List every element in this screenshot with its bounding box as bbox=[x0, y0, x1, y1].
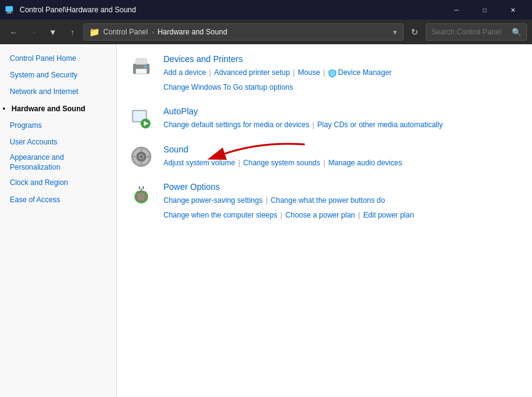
section-power-options: Power Options Change power-saving settin… bbox=[129, 182, 520, 222]
svg-rect-25 bbox=[143, 186, 144, 189]
breadcrumb-control-panel[interactable]: Control Panel bbox=[103, 28, 148, 36]
sep5: | bbox=[238, 157, 240, 170]
sep8: | bbox=[280, 209, 282, 222]
adjust-volume-link[interactable]: Adjust system volume bbox=[163, 157, 235, 170]
manage-audio-link[interactable]: Manage audio devices bbox=[328, 157, 402, 170]
devices-printers-row1: Add a device | Advanced printer setup | … bbox=[163, 66, 392, 80]
address-box[interactable]: 📁 Control Panel › Hardware and Sound ▼ bbox=[84, 23, 404, 41]
search-icon: 🔍 bbox=[512, 28, 522, 37]
sidebar-item-clock-region[interactable]: Clock and Region bbox=[0, 175, 116, 191]
refresh-button[interactable]: ↻ bbox=[406, 23, 423, 41]
sidebar-item-hardware-sound[interactable]: Hardware and Sound bbox=[0, 101, 116, 117]
svg-rect-4 bbox=[136, 58, 147, 65]
sidebar-item-system-security[interactable]: System and Security bbox=[0, 67, 116, 84]
folder-icon: 📁 bbox=[89, 27, 100, 37]
sep3: | bbox=[323, 66, 325, 80]
power-options-icon bbox=[129, 182, 154, 206]
sep6: | bbox=[323, 157, 325, 170]
back-button[interactable]: ← bbox=[5, 23, 22, 41]
power-options-links: Change power-saving settings | Change wh… bbox=[163, 194, 520, 222]
devices-printers-icon bbox=[129, 54, 154, 79]
search-input[interactable] bbox=[431, 28, 508, 36]
devices-printers-content: Devices and Printers Add a device | Adva… bbox=[163, 54, 520, 94]
power-options-title[interactable]: Power Options bbox=[163, 182, 520, 192]
advanced-printer-setup-link[interactable]: Advanced printer setup bbox=[214, 66, 290, 80]
shield-icon bbox=[328, 69, 337, 77]
main-container: Control Panel Home System and Security N… bbox=[0, 44, 532, 397]
autoplay-icon bbox=[129, 106, 154, 131]
sep9: | bbox=[358, 209, 360, 222]
close-button[interactable]: ✕ bbox=[499, 0, 527, 20]
svg-point-7 bbox=[135, 66, 137, 68]
dropdown-button[interactable]: ▼ bbox=[44, 23, 61, 41]
content-area: Devices and Printers Add a device | Adva… bbox=[117, 44, 532, 397]
sep7: | bbox=[265, 194, 267, 208]
maximize-button[interactable]: □ bbox=[471, 0, 499, 20]
change-sounds-link[interactable]: Change system sounds bbox=[243, 157, 320, 170]
svg-point-20 bbox=[147, 155, 149, 157]
svg-rect-5 bbox=[136, 69, 147, 74]
sidebar-item-control-panel-home[interactable]: Control Panel Home bbox=[0, 50, 116, 67]
breadcrumb-separator-1: › bbox=[152, 28, 154, 36]
autoplay-content: AutoPlay Change default settings for med… bbox=[163, 106, 520, 132]
devices-printers-links: Add a device | Advanced printer setup | … bbox=[163, 66, 520, 94]
window-title: Control Panel\Hardware and Sound bbox=[20, 6, 437, 14]
svg-point-17 bbox=[141, 149, 143, 151]
devices-printers-row2: Change Windows To Go startup options bbox=[163, 81, 293, 95]
autoplay-row1: Change default settings for media or dev… bbox=[163, 119, 443, 132]
title-bar-app-icon bbox=[5, 5, 15, 15]
sep2: | bbox=[293, 66, 295, 80]
add-device-link[interactable]: Add a device bbox=[163, 66, 206, 80]
minimize-button[interactable]: ─ bbox=[442, 0, 471, 20]
title-bar: Control Panel\Hardware and Sound ─ □ ✕ bbox=[0, 0, 532, 20]
autoplay-title[interactable]: AutoPlay bbox=[163, 106, 520, 116]
edit-power-plan-link[interactable]: Edit power plan bbox=[363, 209, 414, 222]
sidebar-item-ease-access[interactable]: Ease of Access bbox=[0, 192, 116, 208]
svg-point-18 bbox=[141, 162, 143, 164]
address-chevron-icon: ▼ bbox=[392, 29, 398, 36]
sound-row1: Adjust system volume | Change system sou… bbox=[163, 157, 402, 170]
power-buttons-link[interactable]: Change what the power buttons do bbox=[271, 194, 385, 208]
mouse-link[interactable]: Mouse bbox=[298, 66, 320, 80]
window-controls: ─ □ ✕ bbox=[442, 0, 527, 20]
section-sound: Sound Adjust system volume | Change syst… bbox=[129, 144, 520, 170]
address-bar: ← → ▼ ↑ 📁 Control Panel › Hardware and S… bbox=[0, 20, 532, 44]
sound-title[interactable]: Sound bbox=[163, 144, 520, 154]
power-options-content: Power Options Change power-saving settin… bbox=[163, 182, 520, 222]
power-row1: Change power-saving settings | Change wh… bbox=[163, 194, 385, 208]
svg-point-19 bbox=[134, 155, 136, 157]
power-plan-link[interactable]: Choose a power plan bbox=[286, 209, 355, 222]
play-cds-link[interactable]: Play CDs or other media automatically bbox=[318, 119, 443, 132]
change-windows-go-link[interactable]: Change Windows To Go startup options bbox=[163, 81, 293, 95]
autoplay-links: Change default settings for media or dev… bbox=[163, 119, 520, 132]
svg-rect-1 bbox=[7, 12, 11, 13]
devices-printers-title[interactable]: Devices and Printers bbox=[163, 54, 520, 64]
change-default-settings-link[interactable]: Change default settings for media or dev… bbox=[163, 119, 309, 132]
search-box[interactable]: 🔍 bbox=[426, 23, 527, 41]
svg-rect-24 bbox=[139, 186, 140, 189]
sidebar-item-appearance-personalization[interactable]: Appearance and Personalization bbox=[0, 151, 116, 175]
svg-rect-2 bbox=[6, 13, 12, 14]
power-saving-link[interactable]: Change power-saving settings bbox=[163, 194, 262, 208]
sep1: | bbox=[209, 66, 211, 80]
breadcrumb-hardware-sound[interactable]: Hardware and Sound bbox=[157, 28, 227, 36]
svg-rect-0 bbox=[6, 6, 13, 12]
section-autoplay: AutoPlay Change default settings for med… bbox=[129, 106, 520, 132]
computer-sleeps-link[interactable]: Change when the computer sleeps bbox=[163, 209, 277, 222]
sidebar-item-programs[interactable]: Programs bbox=[0, 117, 116, 134]
svg-point-16 bbox=[140, 155, 143, 158]
sound-icon bbox=[129, 144, 154, 169]
sidebar-item-user-accounts[interactable]: User Accounts bbox=[0, 134, 116, 151]
sep4: | bbox=[312, 119, 314, 132]
sidebar: Control Panel Home System and Security N… bbox=[0, 44, 117, 397]
power-row2: Change when the computer sleeps | Choose… bbox=[163, 209, 414, 222]
sidebar-item-network-internet[interactable]: Network and Internet bbox=[0, 84, 116, 100]
device-manager-link[interactable]: Device Manager bbox=[328, 66, 391, 80]
forward-button[interactable]: → bbox=[25, 23, 42, 41]
svg-rect-6 bbox=[144, 66, 147, 68]
sound-content: Sound Adjust system volume | Change syst… bbox=[163, 144, 520, 170]
sound-links: Adjust system volume | Change system sou… bbox=[163, 157, 520, 170]
section-devices-printers: Devices and Printers Add a device | Adva… bbox=[129, 54, 520, 94]
up-button[interactable]: ↑ bbox=[64, 23, 81, 41]
